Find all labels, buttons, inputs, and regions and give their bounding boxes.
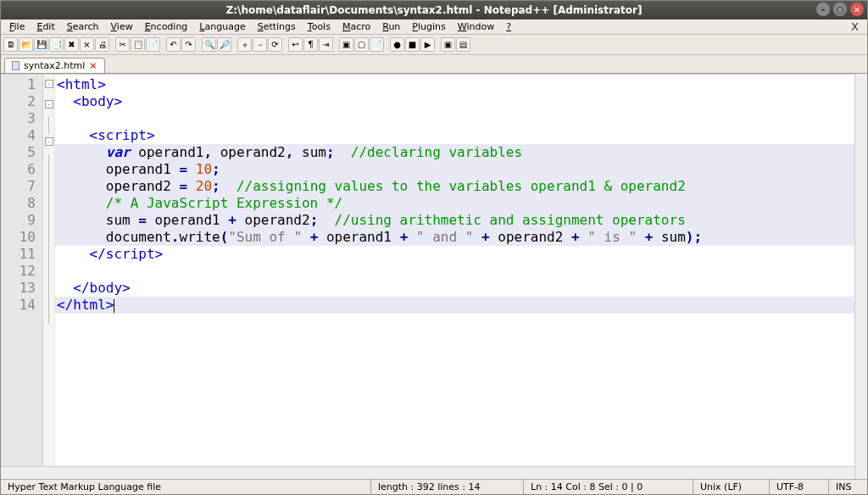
play-button[interactable]: ▶	[420, 37, 435, 52]
replace-button[interactable]: 🔎	[217, 37, 231, 52]
vertical-scrollbar[interactable]	[854, 74, 867, 479]
macro1-button[interactable]: ▣	[441, 37, 455, 52]
status-eol: Unix (LF)	[693, 480, 770, 494]
undo-button[interactable]: ↶	[166, 37, 181, 52]
line-number: 7	[4, 178, 36, 195]
code-line[interactable]: document.write("Sum of " + operand1 + " …	[55, 229, 867, 246]
paste-button[interactable]: 📄	[146, 37, 160, 52]
editor-wrap: 1234567891011121314 --- <html> <body> <s…	[1, 74, 867, 479]
line-number: 14	[4, 297, 36, 314]
menu-[interactable]: ?	[501, 20, 516, 33]
code-line[interactable]: <script>	[55, 127, 867, 144]
close-button[interactable]: ✕	[850, 3, 864, 16]
menu-tools[interactable]: Tools	[303, 20, 336, 33]
status-encoding: UTF-8	[770, 480, 829, 494]
line-number: 10	[4, 229, 36, 246]
menu-window[interactable]: Window	[453, 20, 499, 33]
code-line[interactable]: <html>	[55, 76, 867, 93]
close-all-button[interactable]: ⨯	[80, 37, 94, 52]
line-number: 13	[4, 280, 36, 297]
sync-button[interactable]: ⟳	[268, 37, 282, 52]
toolbar: 🗎📂💾📑✖⨯🖨✂📋📄↶↷🔍🔎＋－⟳↩¶⇥▣▢📄●■▶▣▤	[1, 35, 867, 55]
code-line[interactable]: /* A JavaScript Expression */	[55, 195, 867, 212]
menu-view[interactable]: View	[106, 20, 138, 33]
file-tab-close-icon[interactable]: ⨯	[89, 60, 97, 71]
cut-button[interactable]: ✂	[115, 37, 130, 52]
macro2-button[interactable]: ▤	[456, 37, 470, 52]
find-button[interactable]: 🔍	[202, 37, 216, 52]
fold-button[interactable]: ▣	[339, 37, 353, 52]
zoom-out-button[interactable]: －	[253, 37, 267, 52]
horizontal-scrollbar[interactable]	[1, 466, 854, 479]
code-line[interactable]	[55, 263, 867, 280]
editor-area: 1234567891011121314 --- <html> <body> <s…	[1, 74, 867, 479]
menu-run[interactable]: Run	[377, 20, 405, 33]
menu-macro[interactable]: Macro	[337, 20, 376, 33]
wrap-button[interactable]: ↩	[288, 37, 303, 52]
open-button[interactable]: 📂	[19, 37, 33, 52]
file-tab-label: syntax2.html	[24, 60, 85, 71]
maximize-button[interactable]: ▢	[833, 3, 847, 16]
status-language: Hyper Text Markup Language file	[1, 480, 371, 494]
rec-button[interactable]: ●	[390, 37, 404, 52]
code-line[interactable]: var operand1, operand2, sum; //declaring…	[55, 144, 867, 161]
menu-language[interactable]: Language	[194, 20, 250, 33]
line-number: 9	[4, 212, 36, 229]
line-number: 11	[4, 246, 36, 263]
fold-toggle[interactable]: -	[45, 137, 53, 146]
line-number: 12	[4, 263, 36, 280]
menu-plugins[interactable]: Plugins	[407, 20, 450, 33]
window-title: Z:\home\dataflair\Documents\syntax2.html…	[226, 4, 643, 16]
code-editor[interactable]: <html> <body> <script> var operand1, ope…	[55, 75, 867, 479]
minimize-button[interactable]: –	[816, 3, 830, 16]
indent-button[interactable]: ⇥	[319, 37, 333, 52]
print-button[interactable]: 🖨	[95, 37, 109, 52]
ws-button[interactable]: ¶	[303, 37, 318, 52]
status-position: Ln : 14 Col : 8 Sel : 0 | 0	[524, 480, 693, 494]
fold-toggle[interactable]: -	[45, 80, 53, 88]
statusbar: Hyper Text Markup Language file length :…	[1, 479, 867, 494]
save-button[interactable]: 💾	[34, 37, 48, 52]
line-number: 6	[4, 161, 36, 178]
fold-toggle[interactable]: -	[45, 100, 53, 108]
line-number: 2	[4, 93, 36, 110]
file-tab[interactable]: syntax2.html ⨯	[4, 58, 105, 73]
titlebar[interactable]: Z:\home\dataflair\Documents\syntax2.html…	[1, 1, 867, 19]
save-all-button[interactable]: 📑	[49, 37, 64, 52]
fold-column: ---	[43, 75, 55, 479]
status-length: length : 392 lines : 14	[371, 480, 524, 494]
doc-close-x[interactable]: X	[846, 20, 864, 33]
menubar: FileEditSearchViewEncodingLanguageSettin…	[1, 19, 867, 35]
code-line[interactable]	[55, 110, 867, 127]
code-line[interactable]: <body>	[55, 93, 867, 110]
doc-button[interactable]: 📄	[370, 37, 384, 52]
code-line[interactable]: operand2 = 20; //assigning values to the…	[55, 178, 867, 195]
line-number-gutter: 1234567891011121314	[1, 75, 43, 479]
unfold-button[interactable]: ▢	[354, 37, 369, 52]
redo-button[interactable]: ↷	[181, 37, 196, 52]
menu-edit[interactable]: Edit	[31, 20, 59, 33]
status-insert-mode: INS	[829, 480, 867, 494]
menu-search[interactable]: Search	[62, 20, 104, 33]
menu-encoding[interactable]: Encoding	[140, 20, 193, 33]
line-number: 5	[4, 144, 36, 161]
file-icon	[12, 61, 19, 70]
menu-settings[interactable]: Settings	[253, 20, 301, 33]
window-controls: – ▢ ✕	[816, 3, 864, 16]
stop-button[interactable]: ■	[405, 37, 420, 52]
zoom-in-button[interactable]: ＋	[237, 37, 252, 52]
code-line[interactable]: </body>	[55, 280, 867, 297]
code-line[interactable]: operand1 = 10;	[55, 161, 867, 178]
app-window: Z:\home\dataflair\Documents\syntax2.html…	[0, 0, 868, 495]
close-button[interactable]: ✖	[64, 37, 79, 52]
line-number: 1	[4, 76, 36, 93]
menu-file[interactable]: File	[4, 20, 30, 33]
line-number: 4	[4, 127, 36, 144]
line-number: 8	[4, 195, 36, 212]
code-line[interactable]: </script>	[55, 246, 867, 263]
tabbar: syntax2.html ⨯	[1, 55, 867, 74]
copy-button[interactable]: 📋	[131, 37, 145, 52]
code-line[interactable]: sum = operand1 + operand2; //using arith…	[55, 212, 867, 229]
code-line[interactable]: </html>	[55, 297, 867, 314]
new-button[interactable]: 🗎	[3, 37, 18, 52]
